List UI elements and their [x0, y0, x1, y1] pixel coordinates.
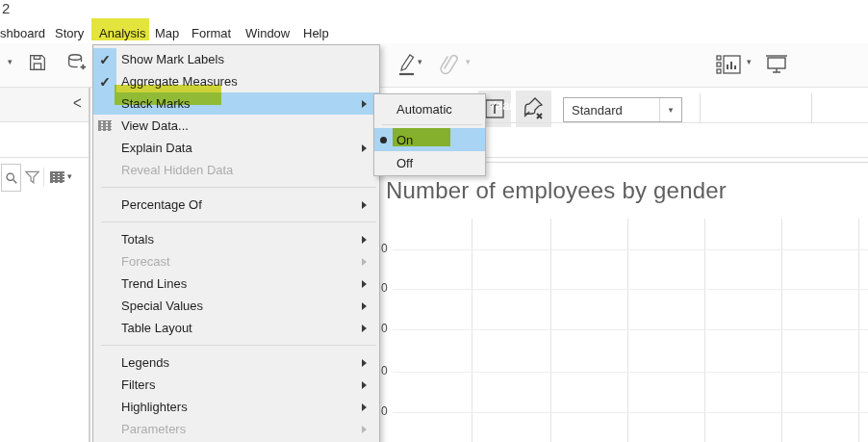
- gridline-horizontal: [393, 249, 868, 250]
- menu-item-label: View Data...: [121, 118, 362, 133]
- menu-separator: [374, 120, 485, 128]
- filter-icon[interactable]: [24, 169, 40, 186]
- y-axis-tick-label: 0: [381, 322, 393, 335]
- submenu-arrow-icon: [362, 325, 367, 332]
- chevron-down-icon[interactable]: ▾: [8, 57, 13, 66]
- menubar-item-story[interactable]: Story: [55, 23, 84, 43]
- gridline-vertical: [550, 219, 551, 442]
- window-title-fragment: 2: [2, 0, 10, 16]
- submenu-arrow-icon: [362, 280, 367, 288]
- menu-item-show-mark-labels[interactable]: ✓Show Mark Labels: [93, 48, 379, 70]
- presentation-icon[interactable]: [764, 52, 789, 77]
- menubar-item-map[interactable]: Map: [155, 23, 179, 43]
- menu-item-explain-data[interactable]: Explain Data: [93, 137, 379, 159]
- menubar-item-window[interactable]: Window: [245, 23, 290, 43]
- check-icon: ✓: [99, 52, 111, 67]
- menu-item-label: Parameters: [121, 422, 362, 436]
- menubar-item-format[interactable]: Format: [191, 23, 231, 43]
- menu-item-trend-lines[interactable]: Trend Lines: [93, 273, 379, 295]
- menu-item-label: Trend Lines: [121, 276, 362, 291]
- submenu-arrow-icon: [362, 144, 367, 152]
- show-cards-icon[interactable]: [715, 52, 742, 77]
- menu-separator: [93, 181, 379, 194]
- submenu-arrow-icon: [362, 381, 367, 389]
- stack-marks-submenu: AutomaticOnOff: [373, 93, 486, 176]
- collapse-pane-icon[interactable]: <: [73, 92, 82, 113]
- search-icon: [5, 171, 18, 185]
- menu-item-label: Show Mark Labels: [121, 52, 362, 66]
- menu-item-aggregate-measures[interactable]: ✓Aggregate Measures: [93, 70, 379, 92]
- columns-pill-year[interactable]: Year: [476, 95, 582, 117]
- menubar: shboardStoryAnalysisMapFormatWindowHelp: [0, 23, 868, 43]
- menu-item-off[interactable]: Off: [374, 151, 485, 174]
- chevron-down-icon[interactable]: ▾: [418, 57, 422, 66]
- menu-item-percentage-of[interactable]: Percentage Of: [93, 194, 379, 216]
- menu-item-table-layout[interactable]: Table Layout: [93, 317, 379, 339]
- pane-toolbar-separator: [43, 168, 44, 187]
- menu-item-on[interactable]: On: [374, 128, 485, 151]
- gridline-vertical: [858, 219, 859, 442]
- gridline-horizontal: [393, 372, 868, 373]
- gridline-horizontal: [393, 329, 868, 330]
- add-data-icon[interactable]: [65, 52, 87, 73]
- menu-item-label: Off: [396, 156, 468, 170]
- menu-item-label: Percentage Of: [121, 197, 362, 212]
- menu-item-label: Table Layout: [121, 321, 362, 335]
- save-icon[interactable]: [27, 52, 48, 73]
- menu-item-label: Filters: [121, 377, 362, 392]
- y-axis-tick-label: 0: [381, 281, 393, 295]
- toolbar-separator: [811, 93, 812, 122]
- menu-item-label: Aggregate Measures: [121, 74, 362, 89]
- menu-item-special-values[interactable]: Special Values: [93, 295, 379, 317]
- menu-item-forecast: Forecast: [93, 250, 379, 273]
- menu-item-stack-marks[interactable]: Stack Marks: [93, 92, 379, 115]
- menu-item-label: On: [396, 133, 468, 147]
- chevron-down-icon[interactable]: ▾: [747, 57, 752, 66]
- gridline-horizontal: [393, 412, 868, 413]
- menu-item-legends[interactable]: Legends: [93, 351, 379, 374]
- submenu-arrow-icon: [362, 258, 367, 266]
- submenu-arrow-icon: [362, 426, 367, 433]
- submenu-arrow-icon: [362, 359, 367, 367]
- chevron-down-icon[interactable]: ▾: [67, 171, 72, 181]
- menu-item-filters[interactable]: Filters: [93, 374, 379, 396]
- tableau-window: 2 shboardStoryAnalysisMapFormatWindowHel…: [0, 0, 868, 442]
- menu-item-label: Highlighters: [121, 400, 362, 414]
- submenu-arrow-icon: [362, 201, 367, 209]
- menu-item-label: Special Values: [121, 299, 362, 313]
- gridline-horizontal: [393, 289, 868, 290]
- chevron-down-icon[interactable]: ▾: [659, 98, 681, 121]
- menu-item-automatic[interactable]: Automatic: [374, 97, 485, 120]
- submenu-arrow-icon: [362, 302, 367, 310]
- menu-item-highlighters[interactable]: Highlighters: [93, 396, 379, 418]
- analysis-menu: ✓Show Mark Labels✓Aggregate MeasuresStac…: [92, 44, 380, 442]
- y-axis-tick-label: 0: [381, 404, 393, 418]
- toolbar-separator: [700, 93, 701, 122]
- sheet-title: Number of employees by gender: [386, 177, 727, 204]
- submenu-arrow-icon: [362, 403, 367, 411]
- gridline-vertical: [627, 219, 628, 442]
- menubar-item-shboard[interactable]: shboard: [0, 23, 45, 43]
- y-axis-tick-label: 0: [381, 242, 393, 255]
- view-list-icon[interactable]: [50, 171, 64, 183]
- menu-item-label: Stack Marks: [121, 96, 362, 111]
- menubar-item-analysis[interactable]: Analysis: [99, 23, 145, 43]
- menu-item-view-data[interactable]: View Data...: [93, 115, 379, 137]
- pane-divider: [89, 88, 90, 442]
- gridline-vertical: [704, 219, 705, 442]
- submenu-arrow-icon: [362, 100, 367, 108]
- radio-dot-icon: [380, 137, 387, 143]
- highlight-pen-icon[interactable]: [395, 51, 418, 78]
- menu-item-totals[interactable]: Totals: [93, 228, 379, 250]
- chevron-down-icon: ▾: [466, 57, 471, 66]
- rows-pill-employees[interactable]: n Employ.. △: [474, 131, 585, 152]
- menu-item-reveal-hidden-data: Reveal Hidden Data: [93, 159, 379, 181]
- menubar-item-help[interactable]: Help: [303, 23, 329, 43]
- pane-divider-line: [0, 157, 89, 158]
- search-input[interactable]: [1, 164, 21, 192]
- menu-item-label: Legends: [121, 355, 362, 370]
- gridline-vertical: [781, 219, 782, 442]
- menu-item-label: Reveal Hidden Data: [121, 163, 362, 177]
- gridline-vertical: [472, 219, 472, 442]
- view-data-grid-icon: [98, 120, 112, 131]
